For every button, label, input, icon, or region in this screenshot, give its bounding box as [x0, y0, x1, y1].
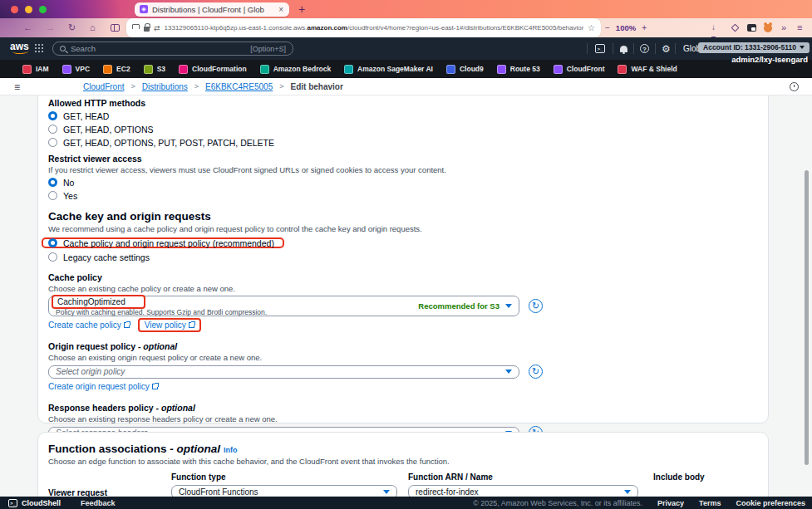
- home-icon[interactable]: ⌂: [90, 18, 96, 37]
- refresh-origin-request-policy-button[interactable]: [529, 365, 543, 379]
- forward-icon[interactable]: →: [46, 18, 55, 37]
- maximize-window-button[interactable]: [39, 6, 47, 13]
- radio-restrict-yes[interactable]: Yes: [48, 190, 758, 201]
- col-function-type: Function type: [171, 472, 226, 482]
- zoom-controls: − 100% +: [605, 18, 647, 37]
- bookmark-cloud9[interactable]: Cloud9: [446, 65, 484, 74]
- chevron-down-icon: [800, 46, 805, 49]
- settings-gear-icon[interactable]: [662, 44, 671, 54]
- picture-in-picture-icon[interactable]: [747, 24, 756, 32]
- bookmark-cloudfront[interactable]: CloudFront: [554, 65, 605, 74]
- tracking-shield-icon[interactable]: [132, 24, 140, 32]
- radio-get-head-options[interactable]: GET, HEAD, OPTIONS: [48, 124, 758, 135]
- cache-policy-description: Choose an existing cache policy or creat…: [48, 284, 758, 293]
- radio-get-head[interactable]: GET, HEAD: [48, 110, 758, 121]
- refresh-cache-policy-button[interactable]: [529, 299, 543, 313]
- cloudshell-icon[interactable]: [595, 44, 605, 53]
- cache-policy-value-description: Policy with caching enabled. Supports Gz…: [56, 308, 267, 316]
- recent-history-icon[interactable]: [790, 82, 799, 91]
- breadcrumb-bar: ≡ CloudFront > Distributions > E6KBKC4RE…: [0, 78, 812, 95]
- browser-tab-bar: Distributions | CloudFront | Glob × +: [0, 0, 812, 18]
- radio-icon[interactable]: [48, 191, 57, 200]
- create-origin-request-policy-link[interactable]: Create origin request policy: [48, 382, 158, 391]
- breadcrumb-distribution-id[interactable]: E6KBKC4RE5005: [205, 82, 273, 91]
- chevron-down-icon: [505, 304, 512, 308]
- lock-icon[interactable]: [144, 27, 150, 32]
- cache-key-section-title: Cache key and origin requests: [48, 210, 758, 223]
- origin-request-policy-description: Choose an existing origin request policy…: [48, 353, 758, 362]
- feedback-button[interactable]: Feedback: [81, 499, 116, 507]
- tab-close-icon[interactable]: ×: [278, 5, 284, 14]
- waf-shield-icon: [618, 65, 627, 74]
- app-menu-icon[interactable]: ≡: [797, 18, 802, 37]
- download-icon[interactable]: ↓: [711, 18, 716, 37]
- minimize-window-button[interactable]: [25, 6, 32, 13]
- overflow-chevrons-icon[interactable]: »: [781, 18, 786, 37]
- radio-selected-icon[interactable]: [48, 178, 57, 187]
- zoom-out-button[interactable]: −: [605, 23, 610, 32]
- aws-logo[interactable]: aws: [10, 41, 29, 52]
- radio-cache-policy-recommended[interactable]: Cache policy and origin request policy (…: [42, 237, 284, 248]
- reload-icon[interactable]: ↻: [68, 18, 76, 37]
- page-scrollbar[interactable]: [805, 170, 809, 465]
- terms-link[interactable]: Terms: [699, 499, 721, 507]
- radio-selected-icon[interactable]: [48, 238, 57, 247]
- radio-icon[interactable]: [48, 252, 57, 262]
- bookmark-waf[interactable]: WAF & Shield: [618, 65, 677, 74]
- origin-request-policy-select[interactable]: Select origin policy: [48, 365, 519, 379]
- function-type-select[interactable]: CloudFront Functions: [171, 485, 397, 497]
- tab-title: Distributions | CloudFront | Glob: [152, 5, 273, 14]
- sidebar-toggle-icon[interactable]: [111, 24, 120, 32]
- bookmark-bedrock[interactable]: Amazon Bedrock: [260, 65, 331, 74]
- vpc-icon: [62, 65, 71, 74]
- bear-extension-icon[interactable]: [764, 24, 772, 32]
- bookmark-iam[interactable]: IAM: [22, 65, 49, 74]
- bookmark-s3[interactable]: S3: [144, 65, 165, 74]
- console-footer: CloudShell Feedback © 2025, Amazon Web S…: [0, 497, 812, 509]
- allowed-http-methods-label: Allowed HTTP methods: [48, 98, 758, 108]
- chevron-down-icon: [505, 370, 512, 374]
- bookmark-star-icon[interactable]: ☆: [588, 23, 595, 32]
- zoom-level[interactable]: 100%: [616, 23, 636, 32]
- cookie-preferences-link[interactable]: Cookie preferences: [736, 499, 805, 507]
- browser-tab[interactable]: Distributions | CloudFront | Glob ×: [135, 2, 289, 17]
- back-icon[interactable]: ←: [23, 18, 32, 37]
- address-bar[interactable]: ⇄ 133129065110-ktp6q5zp.us-east-1.consol…: [126, 18, 601, 37]
- bookmark-ec2[interactable]: EC2: [103, 65, 130, 74]
- col-function-arn: Function ARN / Name: [408, 472, 493, 482]
- response-headers-policy-label: Response headers policy - optional: [48, 403, 758, 413]
- bookmark-vpc[interactable]: VPC: [62, 65, 90, 74]
- cache-policy-select[interactable]: CachingOptimized Policy with caching ena…: [48, 296, 519, 316]
- help-icon[interactable]: [640, 44, 649, 53]
- notifications-bell-icon[interactable]: [620, 46, 627, 52]
- breadcrumb-distributions[interactable]: Distributions: [142, 82, 188, 91]
- services-grid-icon[interactable]: [35, 44, 44, 53]
- info-link[interactable]: Info: [224, 446, 238, 454]
- side-nav-hamburger-icon[interactable]: ≡: [14, 81, 20, 93]
- function-arn-select[interactable]: redirect-for-index: [408, 485, 638, 497]
- breadcrumb: CloudFront > Distributions > E6KBKC4RE50…: [83, 78, 343, 95]
- bookmark-route53[interactable]: Route 53: [497, 65, 540, 74]
- new-tab-button[interactable]: +: [298, 3, 305, 15]
- bookmark-sagemaker[interactable]: Amazon SageMaker AI: [344, 65, 433, 74]
- zoom-in-button[interactable]: +: [642, 23, 647, 32]
- create-cache-policy-link[interactable]: Create cache policy: [48, 321, 130, 330]
- privacy-link[interactable]: Privacy: [657, 499, 684, 507]
- breadcrumb-cloudfront[interactable]: CloudFront: [83, 82, 124, 91]
- radio-restrict-no[interactable]: No: [48, 177, 758, 188]
- cloud9-icon: [446, 65, 455, 74]
- console-search-input[interactable]: Search [Option+S]: [52, 42, 293, 56]
- view-policy-link[interactable]: View policy: [145, 321, 194, 330]
- close-window-button[interactable]: [11, 6, 18, 13]
- restrict-viewer-access-description: If you restrict viewer access, viewers m…: [48, 165, 758, 174]
- extension-sparkle-icon[interactable]: [731, 24, 740, 32]
- radio-icon[interactable]: [48, 125, 57, 134]
- account-id-badge[interactable]: Account ID: 1331-2906-5110: [698, 42, 810, 53]
- bookmark-cloudformation[interactable]: CloudFormation: [179, 65, 247, 74]
- cloudshell-button[interactable]: CloudShell: [8, 499, 61, 507]
- url-text[interactable]: 133129065110-ktp6q5zp.us-east-1.console.…: [165, 24, 583, 32]
- radio-icon[interactable]: [48, 138, 57, 147]
- radio-all-methods[interactable]: GET, HEAD, OPTIONS, PUT, POST, PATCH, DE…: [48, 137, 758, 148]
- radio-selected-icon[interactable]: [48, 111, 57, 120]
- radio-legacy-cache-settings[interactable]: Legacy cache settings: [48, 252, 758, 262]
